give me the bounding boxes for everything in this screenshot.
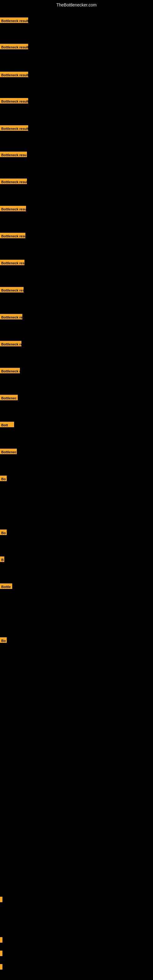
bottleneck-badge-13: Bottleneck re: [0, 368, 20, 373]
bottleneck-badge-8: Bottleneck resu: [0, 233, 26, 238]
bottleneck-badge-0: Bottleneck result: [0, 18, 28, 23]
bottleneck-badge-5: Bottleneck resu: [0, 151, 27, 157]
bottleneck-badge-14: Bottlenec: [0, 395, 18, 400]
bottleneck-badge-19: Bo: [0, 530, 7, 535]
site-title: TheBottlenecker.com: [56, 2, 97, 7]
bottleneck-badge-11: Bottleneck res: [0, 314, 22, 320]
bottleneck-badge-3: Bottleneck result: [0, 98, 28, 103]
bottleneck-badge-1: Bottleneck result: [0, 44, 28, 49]
bottleneck-badge-10: Bottleneck resu: [0, 287, 24, 293]
bottleneck-badge-2: Bottleneck result: [0, 72, 28, 77]
bottleneck-badge-15: Bott: [0, 422, 14, 427]
bottleneck-badge-6: Bottleneck result: [0, 178, 27, 184]
bottleneck-badge-4: Bottleneck result: [0, 125, 28, 131]
bottleneck-badge-12: Bottleneck res: [0, 341, 21, 346]
bottleneck-badge-17: Bo: [0, 476, 7, 481]
bottleneck-badge-23: Bo: [0, 637, 7, 643]
left-bar-2: [0, 951, 1, 956]
bottleneck-badge-20: B: [0, 557, 4, 562]
left-bar-1: [0, 937, 1, 943]
bottleneck-badge-9: Bottleneck resu: [0, 260, 24, 265]
bottleneck-badge-16: Bottlenec: [0, 449, 17, 454]
bottleneck-badge-21: Bottle: [0, 584, 12, 589]
left-bar-0: [0, 897, 1, 902]
left-bar-3: [0, 964, 1, 970]
bottleneck-badge-7: Bottleneck result: [0, 206, 26, 211]
